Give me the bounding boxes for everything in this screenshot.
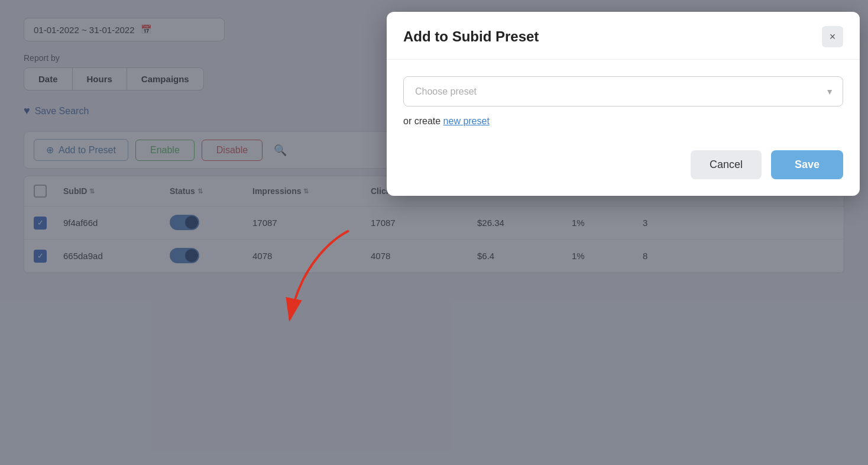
modal-body: ▼ Choose preset or create new preset [387,60,860,138]
or-create-text: or create [403,116,443,126]
modal-footer: Cancel Save [387,138,860,196]
preset-select-wrapper: ▼ Choose preset [403,76,843,106]
close-icon: × [830,31,836,43]
modal-close-button[interactable]: × [822,26,843,47]
create-preset-text: or create new preset [403,116,843,127]
preset-select[interactable] [403,76,843,106]
new-preset-link[interactable]: new preset [443,116,490,126]
cancel-button[interactable]: Cancel [691,150,762,179]
add-to-subid-preset-modal: Add to Subid Preset × ▼ Choose preset or… [387,12,860,196]
modal-header: Add to Subid Preset × [387,12,860,60]
modal-title: Add to Subid Preset [403,28,539,45]
save-button[interactable]: Save [771,150,843,179]
